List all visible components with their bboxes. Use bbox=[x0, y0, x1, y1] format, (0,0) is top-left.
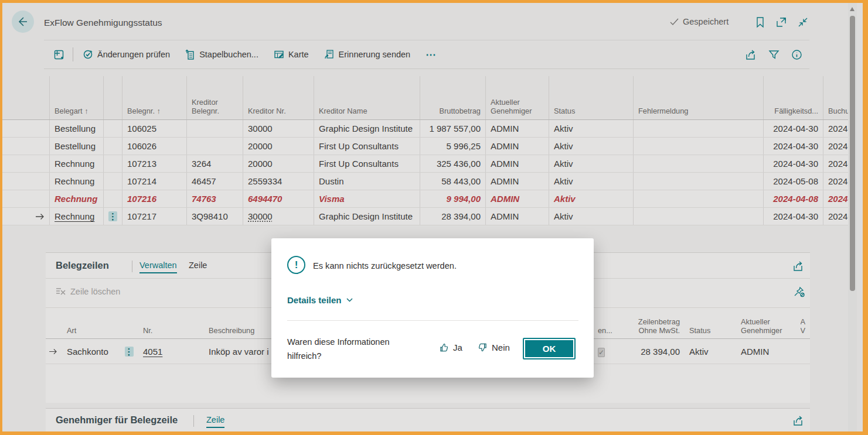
alert-icon: ! bbox=[287, 256, 305, 274]
ok-button[interactable]: OK bbox=[523, 338, 576, 359]
chevron-down-icon bbox=[346, 298, 353, 302]
window-frame-left bbox=[0, 0, 2, 435]
feedback-no-label: Nein bbox=[492, 342, 510, 352]
window-frame-bottom bbox=[0, 431, 868, 435]
window-frame-right bbox=[863, 0, 868, 435]
app-window: ExFlow Genehmigungsstatus Gespeichert bbox=[0, 0, 868, 435]
details-link-label: Details teilen bbox=[287, 295, 342, 305]
thumbs-up-icon bbox=[439, 342, 449, 352]
dialog-message: Es kann nichts zurückgesetzt werden. bbox=[313, 261, 457, 270]
dialog-divider bbox=[287, 320, 578, 321]
thumbs-down-icon bbox=[478, 342, 488, 352]
feedback-question: Waren diese Informationen hilfreich? bbox=[287, 335, 413, 363]
details-link[interactable]: Details teilen bbox=[287, 295, 353, 305]
feedback-yes[interactable]: Ja bbox=[439, 342, 462, 352]
feedback-yes-label: Ja bbox=[453, 342, 462, 352]
message-dialog: ! Es kann nichts zurückgesetzt werden. D… bbox=[271, 238, 594, 378]
feedback-no[interactable]: Nein bbox=[478, 342, 510, 352]
window-frame-top bbox=[0, 0, 868, 3]
